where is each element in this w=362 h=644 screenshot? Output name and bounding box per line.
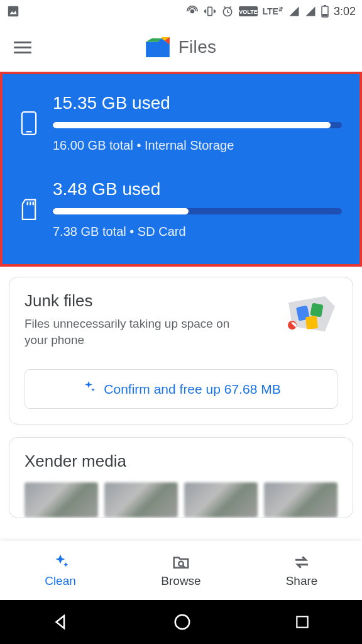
- nav-clean[interactable]: Clean: [0, 541, 121, 600]
- junk-files-card: Junk files Files unnecessarily taking up…: [9, 277, 353, 425]
- svg-rect-0: [8, 6, 19, 17]
- confirm-free-up-button[interactable]: Confirm and free up 67.68 MB: [25, 369, 337, 409]
- sparkle-icon: [51, 553, 70, 572]
- svg-rect-23: [310, 303, 323, 318]
- alarm-icon: [221, 5, 234, 18]
- nav-share[interactable]: Share: [241, 541, 362, 600]
- back-button[interactable]: [52, 613, 70, 631]
- nav-browse[interactable]: Browse: [121, 541, 241, 600]
- storage-used-label: 3.48 GB used: [53, 179, 342, 199]
- storage-sdcard[interactable]: 3.48 GB used 7.38 GB total • SD Card: [20, 179, 342, 239]
- signal-icon: [288, 6, 300, 17]
- storage-used-label: 15.35 GB used: [53, 93, 342, 113]
- media-thumbnails: [25, 482, 337, 518]
- nav-label: Clean: [45, 574, 76, 588]
- dustpan-illustration-icon: [281, 291, 337, 339]
- lte-icon: LTE⇵: [263, 7, 283, 16]
- svg-text:VOLTE: VOLTE: [239, 9, 257, 15]
- android-nav-bar: [0, 600, 362, 644]
- storage-progress: [53, 208, 342, 214]
- sdcard-icon: [20, 198, 41, 221]
- svg-rect-3: [207, 7, 212, 15]
- folder-search-icon: [172, 553, 190, 572]
- home-button[interactable]: [173, 613, 192, 631]
- svg-marker-7: [289, 7, 299, 16]
- app-title: Files: [178, 37, 217, 57]
- hotspot-icon: [186, 5, 199, 18]
- confirm-button-label: Confirm and free up 67.68 MB: [104, 382, 280, 397]
- app-header: Files: [0, 23, 362, 72]
- media-thumb[interactable]: [25, 482, 98, 518]
- media-thumb[interactable]: [104, 482, 178, 518]
- nav-label: Share: [286, 574, 318, 588]
- storage-internal[interactable]: 15.35 GB used 16.00 GB total • Internal …: [20, 93, 342, 153]
- swap-icon: [292, 553, 311, 572]
- xender-media-card[interactable]: Xender media: [9, 437, 353, 518]
- card-description: Files unnecessarily taking up space on y…: [25, 316, 238, 348]
- nav-label: Browse: [161, 574, 200, 588]
- status-bar: VOLTE LTE⇵ 3:02: [0, 0, 362, 23]
- signal-icon: [305, 6, 316, 17]
- card-title: Xender media: [25, 452, 337, 471]
- svg-rect-24: [305, 316, 318, 330]
- storage-panel: 15.35 GB used 16.00 GB total • Internal …: [0, 72, 362, 267]
- storage-total-label: 7.38 GB total • SD Card: [53, 225, 342, 239]
- volte-icon: VOLTE: [239, 6, 258, 16]
- phone-icon: [20, 111, 41, 136]
- card-title: Junk files: [25, 291, 238, 311]
- bottom-navigation: Clean Browse Share: [0, 541, 362, 600]
- recent-apps-button[interactable]: [294, 614, 310, 630]
- media-thumb[interactable]: [264, 482, 337, 518]
- svg-rect-30: [297, 616, 308, 627]
- media-thumb[interactable]: [184, 482, 258, 518]
- svg-point-29: [175, 615, 190, 630]
- menu-icon[interactable]: [14, 42, 31, 53]
- status-time: 3:02: [334, 5, 356, 18]
- svg-rect-11: [322, 14, 327, 16]
- cards-area: Junk files Files unnecessarily taking up…: [0, 267, 362, 518]
- storage-total-label: 16.00 GB total • Internal Storage: [53, 138, 342, 153]
- vibrate-icon: [204, 5, 216, 18]
- picture-icon: [6, 4, 20, 18]
- files-logo-icon: [146, 37, 170, 57]
- sparkle-icon: [81, 380, 96, 398]
- svg-marker-8: [305, 7, 315, 16]
- svg-point-2: [190, 10, 194, 13]
- svg-rect-10: [324, 5, 326, 6]
- battery-icon: [321, 5, 329, 18]
- svg-marker-28: [56, 616, 64, 628]
- storage-progress: [53, 122, 342, 128]
